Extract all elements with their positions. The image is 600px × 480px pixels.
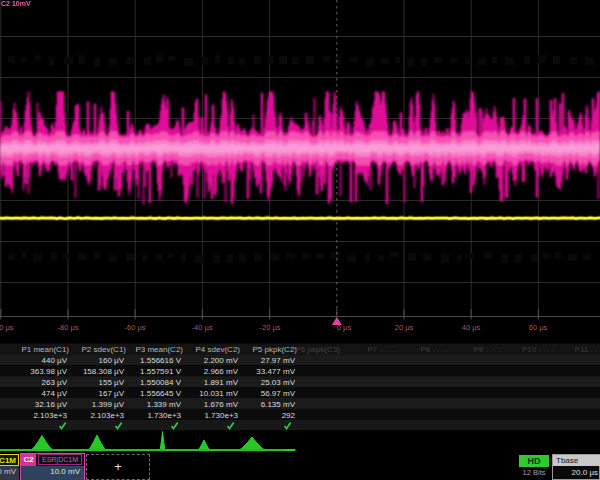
svg-text:1.399 µV: 1.399 µV (92, 400, 125, 409)
svg-text:6.135 mV: 6.135 mV (261, 400, 296, 409)
svg-text:27.97 mV: 27.97 mV (261, 356, 296, 365)
svg-text:1.676 mV: 1.676 mV (204, 400, 239, 409)
svg-text:160 µV: 160 µV (98, 356, 124, 365)
svg-text:P4 sdev(C2): P4 sdev(C2) (196, 345, 241, 354)
svg-text:10.031 mV: 10.031 mV (199, 389, 238, 398)
svg-text:P7 . . . .: P7 . . . . (367, 345, 395, 354)
svg-text:25.03 mV: 25.03 mV (261, 378, 296, 387)
svg-text:1.891 mV: 1.891 mV (204, 378, 239, 387)
svg-text:-40 µs: -40 µs (192, 323, 213, 332)
svg-text:P8 . . . .: P8 . . . . (420, 345, 448, 354)
svg-text:2.966 mV: 2.966 mV (204, 367, 239, 376)
svg-text:440 µV: 440 µV (41, 356, 67, 365)
svg-text:1.730e+3: 1.730e+3 (147, 411, 181, 420)
svg-text:292: 292 (282, 411, 296, 420)
svg-text:2.103e+3: 2.103e+3 (90, 411, 124, 420)
svg-text:P3 mean(C2): P3 mean(C2) (135, 345, 183, 354)
svg-text:40 µs: 40 µs (462, 323, 481, 332)
svg-text:167 µV: 167 µV (98, 389, 124, 398)
svg-text:-100 µs: -100 µs (0, 323, 14, 332)
svg-text:56.97 mV: 56.97 mV (261, 389, 296, 398)
svg-text:1.550084 V: 1.550084 V (140, 378, 182, 387)
svg-text:60 µs: 60 µs (529, 323, 548, 332)
svg-text:P6 pkpk(C3): P6 pkpk(C3) (296, 345, 341, 354)
svg-text:33.477 mV: 33.477 mV (256, 367, 295, 376)
svg-text:P11 . . . .: P11 . . . . (575, 345, 600, 354)
svg-text:P5 pkpk(C2): P5 pkpk(C2) (253, 345, 298, 354)
svg-text:1.556616 V: 1.556616 V (140, 356, 182, 365)
svg-text:P2 sdev(C1): P2 sdev(C1) (82, 345, 127, 354)
svg-text:32.16 µV: 32.16 µV (35, 400, 68, 409)
svg-text:363.98 µV: 363.98 µV (30, 367, 67, 376)
svg-text:20 µs: 20 µs (395, 323, 414, 332)
svg-text:P10 . . . .: P10 . . . . (522, 345, 554, 354)
svg-text:155 µV: 155 µV (98, 378, 124, 387)
svg-text:1.730e+3: 1.730e+3 (204, 411, 238, 420)
svg-text:-20 µs: -20 µs (260, 323, 281, 332)
svg-text:1.557591 V: 1.557591 V (140, 367, 182, 376)
svg-text:P9 . . . .: P9 . . . . (473, 345, 501, 354)
svg-text:-60 µs: -60 µs (125, 323, 146, 332)
svg-text:-80 µs: -80 µs (58, 323, 79, 332)
svg-text:158.308 µV: 158.308 µV (83, 367, 125, 376)
svg-text:263 µV: 263 µV (41, 378, 67, 387)
svg-text:0 µs: 0 µs (337, 323, 352, 332)
svg-text:1.339 mV: 1.339 mV (147, 400, 182, 409)
svg-text:2.200 mV: 2.200 mV (204, 356, 239, 365)
svg-text:P1 mean(C1): P1 mean(C1) (21, 345, 69, 354)
svg-text:474 µV: 474 µV (41, 389, 67, 398)
svg-text:1.556645 V: 1.556645 V (140, 389, 182, 398)
svg-text:2.103e+3: 2.103e+3 (33, 411, 67, 420)
